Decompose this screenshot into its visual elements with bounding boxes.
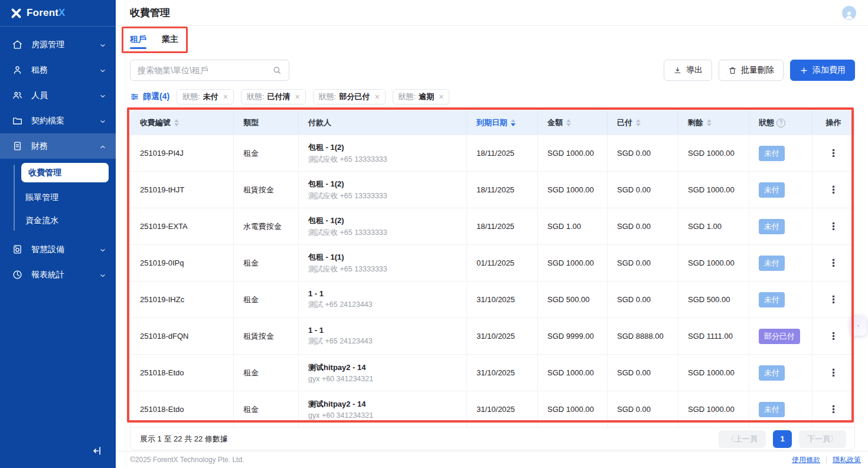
filter-button[interactable]: 篩選(4) <box>130 91 169 102</box>
next-page-button[interactable]: 下一頁〉 <box>799 430 846 448</box>
sidebar-item-properties[interactable]: 房源管理 <box>0 32 116 57</box>
kebab-menu-icon[interactable]: ⋮ <box>824 291 843 308</box>
pagination-bar: 展示 1 至 22 共 22 條數據 〈上一頁 1 下一頁〉 <box>130 427 854 450</box>
actions-cell: ⋮ <box>812 282 854 318</box>
column-fee-id[interactable]: 收費編號 <box>130 111 234 135</box>
column-amount[interactable]: 金額 <box>538 111 608 135</box>
payer-contact: 測試 +65 24123443 <box>308 336 466 346</box>
chevron-down-icon <box>99 271 106 279</box>
payer-cell: 测试hitpay2 - 14 gyx +60 341234321 <box>299 391 467 427</box>
table-row: 251019-PI4J 租金 包租 - 1(2) 測試应收 +65 133333… <box>130 135 854 171</box>
chip-close-icon[interactable]: × <box>374 92 379 102</box>
sort-icon[interactable] <box>566 119 571 126</box>
kebab-menu-icon[interactable]: ⋮ <box>824 181 843 198</box>
table-row: 251019-EXTA 水電費按金 包租 - 1(2) 測試应收 +65 133… <box>130 208 854 244</box>
status-badge: 未付 <box>759 219 785 234</box>
kebab-menu-icon[interactable]: ⋮ <box>824 145 843 162</box>
sidebar-item-personnel[interactable]: 人員 <box>0 83 116 108</box>
sidebar-item-reports[interactable]: 報表統計 <box>0 262 116 287</box>
remaining-cell: SGD 1000.00 <box>678 135 749 171</box>
payer-contact: gyx +60 341234321 <box>308 375 466 383</box>
column-label: 已付 <box>617 117 632 128</box>
due-date-cell: 01/11/2025 <box>467 245 538 281</box>
privacy-link[interactable]: 隱私政策 <box>833 455 861 465</box>
status-badge: 未付 <box>759 365 785 381</box>
add-fee-button[interactable]: 添加費用 <box>790 60 855 81</box>
brand-logo: ForentX <box>0 0 116 26</box>
page-1-button[interactable]: 1 <box>773 430 792 448</box>
footer: ©2025 ForentX Technology Pte. Ltd. 使用條款 … <box>116 451 868 468</box>
chip-close-icon[interactable]: × <box>295 92 300 102</box>
filter-chip-partial: 狀態:部分已付× <box>313 89 386 104</box>
sidebar-subitem-bill-management[interactable]: 賬單管理 <box>0 186 116 209</box>
column-due-date[interactable]: 到期日期 <box>467 111 538 135</box>
sort-icon[interactable] <box>707 119 712 126</box>
kebab-menu-icon[interactable]: ⋮ <box>824 364 843 381</box>
paid-cell: SGD 0.00 <box>608 135 678 171</box>
status-cell: 未付 <box>749 172 812 208</box>
search-input[interactable] <box>138 66 267 75</box>
table-row: 251019-0IPq 租金 包租 - 1(1) 測試应收 +65 133333… <box>130 244 854 281</box>
payer-name: 测试hitpay2 - 14 <box>308 362 466 373</box>
chip-close-icon[interactable]: × <box>439 92 443 102</box>
kebab-menu-icon[interactable]: ⋮ <box>824 328 843 345</box>
terms-link[interactable]: 使用條款 <box>792 455 820 465</box>
help-icon[interactable]: ? <box>776 119 785 127</box>
remaining-cell: SGD 1000.00 <box>678 355 749 391</box>
amount-cell: SGD 1000.00 <box>538 245 608 281</box>
due-date-cell: 18/11/2025 <box>467 135 538 171</box>
sort-icon[interactable] <box>174 119 179 126</box>
amount-cell: SGD 1.00 <box>538 208 608 244</box>
amount-cell: SGD 1000.00 <box>538 172 608 208</box>
report-chart-icon <box>11 269 23 281</box>
collapse-sidebar-button[interactable] <box>87 442 107 460</box>
status-badge: 未付 <box>759 402 785 417</box>
kebab-menu-icon[interactable]: ⋮ <box>824 218 843 235</box>
tab-owner[interactable]: 業主 <box>162 26 178 53</box>
sidebar-subitem-fee-management[interactable]: 收費管理 <box>21 163 109 182</box>
payer-cell: 1 - 1 測試 +65 24123443 <box>299 282 467 318</box>
payer-cell: 测试hitpay2 - 14 gyx +60 341234321 <box>299 355 467 391</box>
sort-icon[interactable] <box>636 119 641 126</box>
filter-bar: 篩選(4) 狀態:未付× 狀態:已付清× 狀態:部分已付× 狀態:逾期× <box>116 81 868 104</box>
sidebar-item-label: 房源管理 <box>31 40 91 50</box>
status-badge: 未付 <box>759 292 785 307</box>
user-avatar[interactable] <box>842 6 856 20</box>
remaining-cell: SGD 1000.00 <box>678 245 749 281</box>
add-fee-label: 添加費用 <box>812 65 846 76</box>
person-icon <box>11 64 23 76</box>
prev-page-button[interactable]: 〈上一頁 <box>719 430 766 448</box>
search-box[interactable] <box>130 60 289 81</box>
sidebar-item-tenancy[interactable]: 租務 <box>0 57 116 83</box>
sidebar-subitem-cash-flow[interactable]: 資金流水 <box>0 209 116 232</box>
sidebar-item-finance[interactable]: 財務 <box>0 133 116 159</box>
sidebar-item-label: 租務 <box>31 65 91 76</box>
people-icon <box>11 90 23 102</box>
chip-value: 未付 <box>203 91 218 102</box>
column-remaining[interactable]: 剩餘 <box>678 111 749 135</box>
fee-type-cell: 租金 <box>234 391 299 427</box>
table-header-row: 收費編號 類型 付款人 到期日期 金額 已付 剩餘 狀態? 操作 <box>130 111 854 135</box>
floating-widget[interactable]: ‹ <box>850 316 866 336</box>
tab-tenant[interactable]: 租戶 <box>130 26 146 53</box>
sort-icon[interactable] <box>511 119 515 126</box>
fee-id-cell: 251019-tHJT <box>130 172 234 208</box>
filter-chip-unpaid: 狀態:未付× <box>177 89 234 104</box>
due-date-cell: 31/10/2025 <box>467 355 538 391</box>
column-paid[interactable]: 已付 <box>608 111 678 135</box>
payer-cell: 1 - 1 測試 +65 24123443 <box>299 318 467 354</box>
batch-delete-button[interactable]: 批量刪除 <box>719 60 784 81</box>
kebab-menu-icon[interactable]: ⋮ <box>824 254 843 271</box>
search-icon[interactable] <box>272 66 282 75</box>
sidebar-item-contracts[interactable]: 契約檔案 <box>0 108 116 133</box>
fee-type-cell: 租賃按金 <box>234 318 299 354</box>
export-button[interactable]: 導出 <box>664 60 712 81</box>
chip-close-icon[interactable]: × <box>223 92 228 102</box>
paid-cell: SGD 0.00 <box>608 391 678 427</box>
payer-contact: 測試应收 +65 13333333 <box>308 155 466 165</box>
column-label: 狀態 <box>759 117 774 128</box>
actions-cell: ⋮ <box>812 318 854 354</box>
kebab-menu-icon[interactable]: ⋮ <box>824 401 843 418</box>
table-row: 251018-Etdo 租金 测试hitpay2 - 14 gyx +60 34… <box>130 391 854 427</box>
sidebar-item-smart-devices[interactable]: 智慧設備 <box>0 237 116 262</box>
